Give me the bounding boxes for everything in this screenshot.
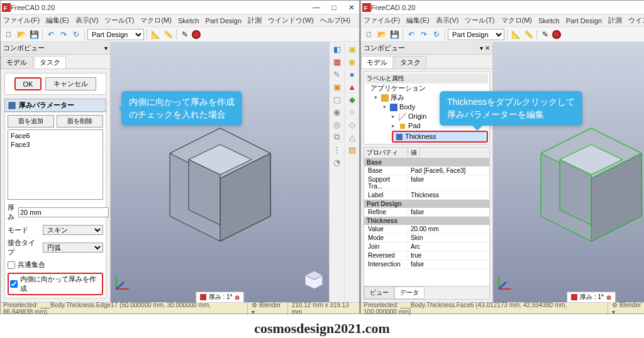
prim-misc3-icon[interactable]: ◇	[347, 119, 358, 130]
tab-model[interactable]: モデル	[1, 56, 33, 68]
menu-measure[interactable]: 計測	[248, 16, 262, 25]
prim-misc5-icon[interactable]: ▧	[347, 144, 358, 155]
menu-macro[interactable]: マクロ(M)	[501, 16, 533, 25]
prim-sphere-icon[interactable]: ●	[347, 68, 358, 80]
menu-edit[interactable]: 編集(E)	[406, 16, 430, 25]
ruler-icon[interactable]: 📏	[162, 29, 174, 40]
open-icon[interactable]: 📂	[16, 29, 27, 40]
viewport-3d[interactable]: 厚み : 1* ⊗	[493, 42, 644, 302]
panel-menu-icon[interactable]: ▾	[104, 45, 108, 52]
new-icon[interactable]: 🗋	[364, 29, 375, 40]
pad-icon[interactable]: ▣	[331, 81, 343, 92]
macro-record-icon[interactable]	[192, 30, 201, 39]
status-nav-icon[interactable]: ⚙ Blender ▾	[608, 302, 644, 315]
pocket-icon[interactable]: ▢	[331, 94, 343, 105]
prop-tab-data[interactable]: データ	[394, 286, 425, 299]
prop-val[interactable]: false	[408, 208, 489, 216]
menu-partdesign[interactable]: Part Design	[206, 17, 242, 25]
menu-help[interactable]: ヘルプ(H)	[320, 16, 350, 25]
prim-misc2-icon[interactable]: ○	[347, 106, 358, 117]
refresh-icon[interactable]: ↻	[431, 29, 442, 40]
min-button[interactable]: —	[310, 3, 323, 12]
prim-misc1-icon[interactable]: ◆	[347, 94, 358, 105]
groove-icon[interactable]: ◎	[331, 119, 343, 130]
join-select[interactable]: 円弧	[43, 243, 103, 253]
bool-icon[interactable]: ◔	[331, 156, 343, 168]
close-button[interactable]: ✕	[345, 3, 358, 12]
max-button[interactable]: □	[328, 3, 340, 12]
prim-cone-icon[interactable]: ▲	[347, 81, 358, 92]
menu-file[interactable]: ファイル(F)	[364, 16, 400, 25]
menu-macro[interactable]: マクロ(M)	[140, 16, 172, 25]
prim-box-icon[interactable]: ▣	[347, 43, 358, 55]
prop-val[interactable]: Thickness	[408, 191, 489, 199]
menu-view[interactable]: 表示(V)	[436, 16, 459, 25]
doc-close-icon[interactable]: ⊗	[606, 294, 611, 301]
tab-task[interactable]: タスク	[394, 56, 426, 68]
prop-val[interactable]: Pad [Face6, Face3]	[408, 166, 489, 175]
cancel-button[interactable]: キャンセル	[45, 77, 96, 90]
body-icon[interactable]: ◧	[331, 43, 343, 55]
measure-icon[interactable]: 📐	[510, 29, 521, 40]
undo-icon[interactable]: ↶	[45, 29, 57, 40]
ruler-icon[interactable]: 📏	[523, 29, 534, 40]
workbench-select[interactable]: Part Design	[87, 29, 144, 40]
tab-task[interactable]: タスク	[34, 56, 66, 68]
menu-window[interactable]: ウインドウ(W)	[268, 16, 314, 25]
revolve-icon[interactable]: ◉	[331, 106, 343, 117]
menu-file[interactable]: ファイル(F)	[3, 16, 40, 25]
prim-misc4-icon[interactable]: △	[347, 131, 358, 143]
prim-cyl-icon[interactable]: ◉	[347, 56, 358, 67]
edit-sketch-icon[interactable]: ✎	[331, 68, 343, 80]
face-list[interactable]: Face6 Face3	[8, 129, 103, 200]
intersection-checkbox[interactable]	[8, 261, 15, 269]
macro-edit-icon[interactable]: ✎	[540, 29, 551, 40]
prop-val[interactable]: false	[408, 260, 489, 268]
workbench-select[interactable]: Part Design	[448, 29, 504, 40]
menu-partdesign[interactable]: Part Design	[566, 17, 602, 25]
prop-val[interactable]: Arc	[408, 243, 489, 251]
menu-tools[interactable]: ツール(T)	[104, 16, 134, 25]
inward-checkbox[interactable]	[10, 280, 18, 288]
refresh-icon[interactable]: ↻	[70, 29, 82, 40]
viewport-doc-tab[interactable]: 厚み : 1* ⊗	[567, 292, 616, 302]
macro-edit-icon[interactable]: ✎	[179, 29, 191, 40]
status-nav-icon[interactable]: ⚙ Blender ▾	[247, 302, 283, 315]
menu-window[interactable]: ウインドウ(W)	[628, 16, 644, 25]
prop-tab-view[interactable]: ビュー	[364, 286, 394, 299]
linear-icon[interactable]: ⋮	[331, 144, 343, 155]
ok-button[interactable]: OK	[14, 77, 42, 90]
prop-val[interactable]: false	[408, 175, 489, 190]
doc-close-icon[interactable]: ⊗	[235, 294, 240, 301]
macro-record-icon[interactable]	[552, 30, 561, 39]
new-icon[interactable]: 🗋	[3, 29, 14, 40]
menu-measure[interactable]: 計測	[608, 16, 622, 25]
viewport-3d[interactable]: 厚み : 1* ⊗	[111, 42, 329, 302]
remove-face-button[interactable]: 面を削除	[57, 115, 103, 128]
open-icon[interactable]: 📂	[376, 29, 387, 40]
face-item[interactable]: Face6	[11, 131, 100, 140]
prop-val[interactable]: true	[408, 251, 489, 259]
menu-edit[interactable]: 編集(E)	[46, 16, 69, 25]
measure-icon[interactable]: 📐	[150, 29, 161, 40]
menu-sketch[interactable]: Sketch	[178, 17, 199, 25]
face-item[interactable]: Face3	[11, 140, 100, 149]
prop-val[interactable]: 20.00 mm	[408, 225, 489, 233]
prop-val[interactable]: Skin	[408, 234, 489, 242]
sketch-icon[interactable]: ▦	[331, 56, 343, 67]
thickness-input[interactable]	[18, 207, 109, 217]
mode-select[interactable]: スキン	[43, 225, 103, 235]
save-icon[interactable]: 💾	[389, 29, 400, 40]
redo-icon[interactable]: ↷	[58, 29, 69, 40]
menu-sketch[interactable]: Sketch	[538, 17, 560, 25]
mirror-icon[interactable]: ⧉	[331, 131, 343, 143]
add-face-button[interactable]: 面を追加	[8, 115, 54, 128]
tab-model[interactable]: モデル	[361, 56, 393, 68]
viewport-doc-tab[interactable]: 厚み : 1* ⊗	[196, 292, 245, 302]
redo-icon[interactable]: ↷	[418, 29, 430, 40]
menu-view[interactable]: 表示(V)	[75, 16, 99, 25]
save-icon[interactable]: 💾	[28, 29, 40, 40]
menu-tools[interactable]: ツール(T)	[465, 16, 494, 25]
panel-menu-icon[interactable]: ▾ ✕	[480, 45, 490, 52]
undo-icon[interactable]: ↶	[406, 29, 417, 40]
